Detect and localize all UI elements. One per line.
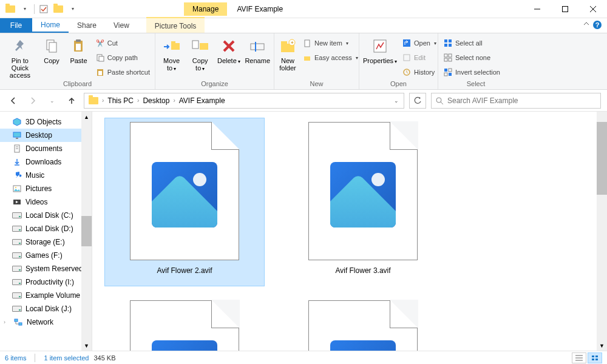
content-scrollbar[interactable] (597, 112, 607, 351)
nav-item-label: Productivity (I:) (25, 278, 74, 286)
nav-item-down[interactable]: Downloads (0, 155, 92, 169)
maximize-button[interactable] (551, 0, 579, 18)
pin-to-quick-access-button[interactable]: Pin to Quick access (4, 35, 36, 79)
nav-item-drive[interactable]: Games (F:) (0, 249, 92, 262)
file-item[interactable] (283, 296, 443, 351)
navigation-pane: ▲ ▼ 3D ObjectsDesktopDocumentsDownloadsM… (0, 112, 92, 351)
tab-share[interactable]: Share (69, 18, 105, 33)
nav-scroll-down-button[interactable]: ▼ (81, 340, 92, 351)
folder-icon[interactable] (4, 2, 17, 16)
folder-icon[interactable] (52, 2, 65, 16)
minimize-button[interactable] (523, 0, 551, 18)
large-icons-view-button[interactable] (588, 352, 602, 363)
copy-to-button[interactable]: Copy to▾ (188, 35, 212, 73)
nav-item-drive[interactable]: Local Disk (C:) (0, 209, 92, 222)
chevron-right-icon[interactable]: › (172, 97, 175, 104)
svg-rect-18 (200, 43, 208, 50)
easy-access-button[interactable]: Easy access▾ (301, 51, 359, 64)
history-button[interactable]: History (401, 66, 438, 79)
file-item[interactable]: AVIF Flower 4.avif (104, 296, 265, 351)
file-thumbnail (308, 300, 418, 351)
content-scrollbar-thumb[interactable] (597, 122, 607, 195)
new-item-button[interactable]: New item▾ (301, 36, 359, 50)
nav-item-drive[interactable]: Storage (E:) (0, 235, 92, 249)
invert-selection-button[interactable]: Invert selection (442, 66, 501, 79)
svg-line-47 (441, 102, 443, 104)
forward-button[interactable] (25, 93, 40, 108)
search-input[interactable] (447, 96, 597, 105)
recent-locations-button[interactable]: ⌄ (45, 93, 59, 108)
collapse-ribbon-icon[interactable] (583, 20, 590, 29)
select-all-icon (443, 38, 453, 48)
breadcrumb-this-pc[interactable]: This PC (106, 96, 135, 105)
search-box[interactable] (431, 93, 601, 109)
properties-button[interactable]: Properties▾ (363, 35, 397, 66)
svg-rect-28 (305, 40, 310, 47)
refresh-button[interactable] (409, 93, 426, 109)
nav-item-doc[interactable]: Documents (0, 142, 92, 155)
nav-item-drive[interactable]: System Reserved (0, 262, 92, 275)
open-button[interactable]: Open▾ (401, 36, 438, 50)
paste-shortcut-button[interactable]: Paste shortcut (94, 66, 151, 79)
svg-rect-67 (595, 359, 598, 360)
address-box[interactable]: › This PC › Desktop › AVIF Example ⌄ (84, 93, 404, 109)
nav-item-drive[interactable]: Productivity (I:) (0, 275, 92, 289)
nav-item-drive[interactable]: Local Disk (J:) (0, 302, 92, 315)
tab-picture-tools[interactable]: Picture Tools (146, 17, 205, 33)
new-item-icon (302, 38, 312, 48)
select-none-icon (443, 53, 453, 62)
select-none-button[interactable]: Select none (442, 51, 501, 64)
svg-rect-2 (563, 7, 568, 12)
nav-item-desktop[interactable]: Desktop (0, 129, 92, 142)
close-button[interactable] (579, 0, 607, 18)
ribbon-group-organize: Move to▾ Copy to▾ Delete▾ Rename Organiz… (155, 33, 274, 89)
svg-rect-43 (449, 69, 452, 72)
view-switcher (572, 352, 602, 363)
qat-dropdown-icon[interactable]: ▾ (18, 2, 32, 16)
nav-item-drive[interactable]: Example Volume (0, 289, 92, 302)
svg-rect-37 (449, 44, 452, 47)
chevron-right-icon[interactable]: › (101, 97, 104, 104)
tab-home[interactable]: Home (32, 18, 69, 33)
new-folder-button[interactable]: ✦New folder (278, 35, 297, 72)
nav-item-vid[interactable]: Videos (0, 195, 92, 209)
help-icon[interactable]: ? (592, 20, 603, 31)
checkbox-icon[interactable] (37, 2, 50, 16)
address-dropdown-icon[interactable]: ⌄ (392, 98, 401, 104)
move-to-button[interactable]: Move to▾ (159, 35, 184, 73)
nav-item-net[interactable]: ›Network (0, 315, 92, 329)
nav-item-music[interactable]: Music (0, 169, 92, 182)
file-item[interactable]: Avif Flower 2.avif (104, 118, 265, 286)
tab-view[interactable]: View (105, 18, 138, 33)
breadcrumb-current[interactable]: AVIF Example (177, 96, 227, 105)
svg-rect-32 (404, 55, 410, 61)
copy-button[interactable]: Copy (40, 35, 63, 64)
back-button[interactable] (6, 93, 21, 108)
file-tab[interactable]: File (0, 18, 32, 33)
nav-scroll-up-button[interactable]: ▲ (81, 112, 92, 122)
details-view-button[interactable] (572, 352, 586, 363)
svg-rect-22 (251, 44, 264, 50)
nav-item-3d[interactable]: 3D Objects (0, 115, 92, 129)
up-button[interactable] (64, 93, 79, 108)
svg-text:?: ? (595, 21, 600, 29)
nav-item-label: Network (27, 318, 53, 326)
breadcrumb-desktop[interactable]: Desktop (141, 96, 171, 105)
nav-scrollbar[interactable] (81, 122, 92, 340)
drive-icon (12, 251, 22, 260)
chevron-right-icon[interactable]: › (4, 319, 10, 325)
content-scroll-down-button[interactable]: ▼ (597, 340, 607, 351)
paste-button[interactable]: Paste (67, 35, 90, 64)
nav-scrollbar-thumb[interactable] (81, 216, 92, 246)
edit-button[interactable]: Edit (401, 51, 438, 64)
delete-button[interactable]: Delete▾ (216, 35, 241, 66)
cut-button[interactable]: ✂️Cut (94, 36, 151, 50)
file-item[interactable]: Avif Flower 3.avif (283, 118, 443, 286)
chevron-right-icon[interactable]: › (137, 97, 140, 104)
select-all-button[interactable]: Select all (442, 36, 501, 50)
nav-item-pic[interactable]: Pictures (0, 182, 92, 195)
nav-item-drive[interactable]: Local Disk (D:) (0, 222, 92, 235)
rename-button[interactable]: Rename (245, 35, 270, 64)
copy-path-button[interactable]: Copy path (94, 51, 151, 64)
qat-customize-icon[interactable]: ▾ (66, 2, 80, 16)
